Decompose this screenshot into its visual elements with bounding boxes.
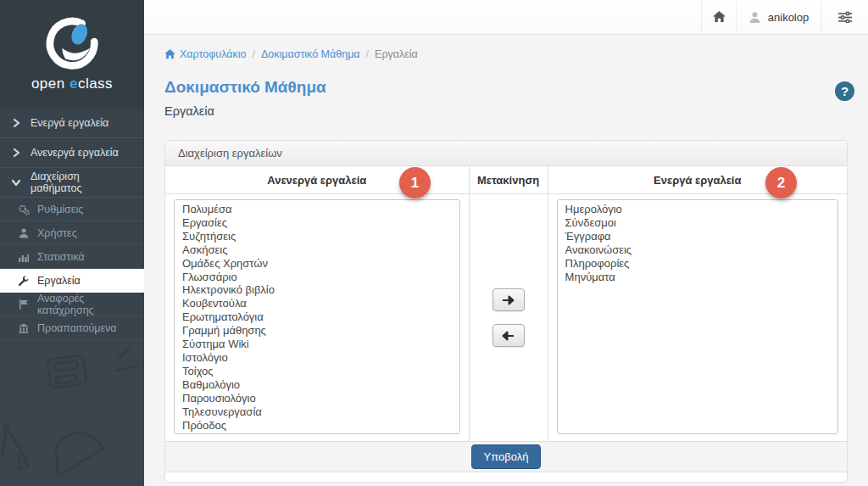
tool-list-item[interactable]: Μηνύματα	[565, 271, 830, 284]
sidebar-item-label: Στατιστικά	[37, 251, 85, 263]
openeclass-logo-icon	[46, 17, 98, 70]
inactive-tools-cell: ΠολυμέσαΕργασίεςΣυζητήσειςΑσκήσειςΟμάδες…	[165, 194, 470, 441]
user-menu[interactable]: anikolop	[736, 0, 821, 34]
sidebar-item-label: Χρήστες	[37, 227, 77, 239]
panel-bottom-padding	[165, 472, 847, 482]
tool-list-item[interactable]: Συζητήσεις	[182, 230, 452, 243]
question-mark-icon: ?	[841, 84, 849, 98]
tool-list-item[interactable]: Παρουσιολόγιο	[182, 392, 452, 405]
tool-list-item[interactable]: Πολυμέσα	[182, 203, 452, 216]
table-body-row: ΠολυμέσαΕργασίεςΣυζητήσειςΑσκήσειςΟμάδες…	[165, 194, 847, 441]
submit-button[interactable]: Υποβολή	[471, 444, 542, 469]
move-to-inactive-button[interactable]	[492, 324, 525, 347]
tool-list-item[interactable]: Εργασίες	[182, 216, 452, 230]
move-cell	[470, 194, 548, 441]
sidebar: open eclass Ενεργά εργαλεία Ανενεργά εργ…	[0, 0, 144, 486]
active-tools-header: Ενεργά εργαλεία	[548, 166, 847, 193]
tool-list-item[interactable]: Γλωσσάριο	[182, 271, 452, 284]
tool-list-item[interactable]: Πρόοδος	[182, 419, 452, 433]
tool-list-item[interactable]: Ηλεκτρονικό βιβλίο	[182, 283, 452, 297]
bank-icon	[18, 322, 30, 334]
svg-text:B: B	[15, 450, 30, 474]
sidebar-item-prerequisites[interactable]: Προαπαιτούμενα	[0, 316, 144, 340]
page-subtitle: Εργαλεία	[164, 104, 848, 118]
logo-block[interactable]: open eclass	[0, 0, 144, 109]
chart-icon	[18, 251, 30, 263]
wrench-icon	[18, 275, 30, 287]
sidebar-item-tools[interactable]: Εργαλεία	[0, 269, 144, 293]
home-button[interactable]	[701, 0, 736, 34]
chevron-down-icon	[11, 177, 21, 187]
logo-text: open eclass	[31, 75, 113, 92]
main-area: anikolop Χαρτοφυλάκιο / Δοκιμαστικό Μάθη…	[144, 0, 868, 486]
home-icon	[713, 11, 726, 23]
sidebar-item-inactive-tools[interactable]: Ανενεργά εργαλεία	[0, 138, 144, 168]
sidebar-item-label: Ρυθμίσεις	[37, 204, 83, 215]
tool-list-item[interactable]: Ασκήσεις	[182, 243, 452, 257]
tool-list-item[interactable]: Ανακοινώσεις	[565, 243, 830, 257]
panel-header: Διαχείριση εργαλείων	[165, 141, 847, 166]
tool-list-item[interactable]: Τηλεσυνεργασία	[182, 405, 452, 419]
table-footer-row: Υποβολή	[165, 441, 847, 472]
tool-list-item[interactable]: Ημερολόγιο	[565, 203, 830, 216]
annotation-badge-1: 1	[399, 167, 431, 198]
tool-list-item[interactable]: Κουβεντούλα	[182, 297, 452, 310]
user-icon	[748, 11, 761, 24]
content: Χαρτοφυλάκιο / Δοκιμαστικό Μάθημα / Εργα…	[144, 35, 868, 486]
tool-list-item[interactable]: Ιστολόγιο	[182, 351, 452, 365]
sidebar-item-label: Εργαλεία	[37, 275, 81, 287]
sidebar-item-active-tools[interactable]: Ενεργά εργαλεία	[0, 109, 144, 138]
sidebar-item-label: Προαπαιτούμενα	[37, 322, 117, 334]
sidebar-item-statistics[interactable]: Στατιστικά	[0, 245, 144, 269]
sidebar-item-settings[interactable]: Ρυθμίσεις	[0, 198, 144, 221]
sidebar-item-course-management[interactable]: Διαχείριση μαθήματος	[0, 168, 144, 198]
tool-list-item[interactable]: Βαθμολόγιο	[182, 378, 452, 392]
chevron-right-icon	[11, 118, 21, 128]
help-button[interactable]: ?	[835, 81, 854, 101]
tool-list-item[interactable]: Ομάδες Χρηστών	[182, 257, 452, 271]
breadcrumb-course-link[interactable]: Δοκιμαστικό Μάθημα	[261, 48, 360, 60]
inactive-tools-listbox[interactable]: ΠολυμέσαΕργασίεςΣυζητήσειςΑσκήσειςΟμάδες…	[174, 199, 460, 434]
breadcrumb-separator: /	[252, 48, 254, 60]
arrow-right-icon	[502, 295, 515, 305]
tools-management-panel: Διαχείριση εργαλείων 1 2 Ανενεργά εργαλε…	[164, 140, 848, 483]
active-tools-cell: ΗμερολόγιοΣύνδεσμοιΈγγραφαΑνακοινώσειςΠλ…	[548, 194, 847, 441]
active-tools-listbox[interactable]: ΗμερολόγιοΣύνδεσμοιΈγγραφαΑνακοινώσειςΠλ…	[557, 199, 838, 434]
user-icon	[18, 227, 30, 239]
topbar: anikolop	[144, 0, 868, 35]
tool-list-item[interactable]: Σύστημα Wiki	[182, 338, 452, 351]
tool-list-item[interactable]: Τοίχος	[182, 365, 452, 378]
home-icon	[164, 49, 175, 59]
settings-button[interactable]	[821, 0, 868, 34]
tool-list-item[interactable]: Πληροφορίες	[565, 257, 830, 271]
app-window: open eclass Ενεργά εργαλεία Ανενεργά εργ…	[0, 0, 868, 486]
annotation-badge-2: 2	[765, 167, 797, 198]
sidebar-background-doodles: B R	[0, 342, 144, 486]
tool-list-item[interactable]: Έγγραφα	[565, 230, 830, 243]
sidebar-item-label: Αναφορές κατάχρησης	[37, 293, 133, 316]
gears-icon	[18, 204, 30, 215]
breadcrumb-current: Εργαλεία	[375, 48, 418, 60]
svg-text:R: R	[2, 422, 11, 436]
tool-list-item[interactable]: Σύνδεσμοι	[565, 216, 830, 230]
sidebar-item-label: Ανενεργά εργαλεία	[31, 147, 119, 159]
tool-list-item[interactable]: Σχεδιασμός μαθήματος	[182, 432, 452, 434]
tool-list-item[interactable]: Γραμμή μάθησης	[182, 324, 452, 338]
move-to-active-button[interactable]	[492, 288, 525, 311]
sidebar-item-label: Ενεργά εργαλεία	[31, 117, 108, 129]
sliders-icon	[837, 11, 853, 23]
flag-icon	[18, 299, 30, 310]
breadcrumb-portfolio-link[interactable]: Χαρτοφυλάκιο	[164, 48, 246, 60]
table-header-row: Ανενεργά εργαλεία Μετακίνηση Ενεργά εργα…	[165, 166, 847, 194]
move-header: Μετακίνηση	[470, 166, 548, 193]
username: anikolop	[768, 11, 809, 24]
sidebar-item-users[interactable]: Χρήστες	[0, 221, 144, 245]
page-title[interactable]: Δοκιμαστικό Μάθημα	[164, 78, 848, 97]
sidebar-item-abuse-reports[interactable]: Αναφορές κατάχρησης	[0, 293, 144, 316]
tool-list-item[interactable]: Ερωτηματολόγια	[182, 310, 452, 324]
arrow-left-icon	[502, 331, 515, 341]
breadcrumb-separator: /	[366, 48, 369, 60]
breadcrumb: Χαρτοφυλάκιο / Δοκιμαστικό Μάθημα / Εργα…	[164, 48, 848, 60]
sidebar-item-label: Διαχείριση μαθήματος	[31, 170, 133, 194]
chevron-right-icon	[11, 148, 21, 158]
